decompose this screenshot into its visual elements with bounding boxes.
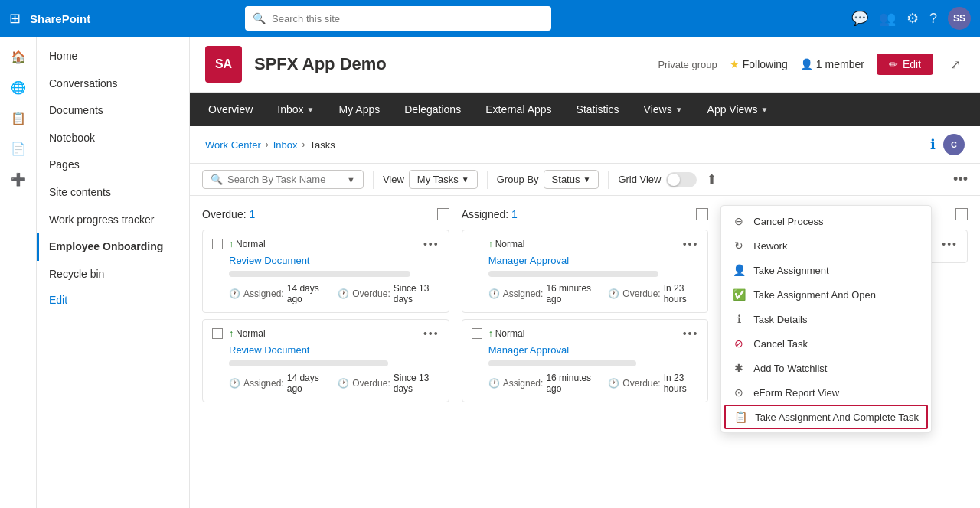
document-icon-btn[interactable]: 📄 bbox=[5, 135, 32, 162]
card-more-4[interactable]: ••• bbox=[683, 327, 699, 340]
ctx-add-watchlist[interactable]: ✱ Add To Watchlist bbox=[721, 356, 931, 380]
nav-item-recycle-bin[interactable]: Recycle bin bbox=[37, 261, 189, 288]
task-name-assigned-2[interactable]: Manager Approval bbox=[488, 344, 699, 356]
ctx-eform-label: eForm Report View bbox=[753, 387, 839, 399]
tab-app-views[interactable]: App Views ▼ bbox=[695, 93, 781, 126]
globe-icon-btn[interactable]: 🌐 bbox=[5, 73, 32, 101]
help-icon[interactable]: ? bbox=[929, 11, 937, 27]
tab-views[interactable]: Views ▼ bbox=[632, 93, 695, 126]
ctx-task-details[interactable]: ℹ Task Details bbox=[721, 307, 931, 331]
nav-item-home[interactable]: Home bbox=[37, 43, 189, 70]
breadcrumb-sep-1: › bbox=[266, 139, 269, 150]
settings-icon[interactable]: ⚙ bbox=[906, 10, 919, 27]
member-button[interactable]: 👤 1 member bbox=[800, 58, 864, 70]
nav-item-documents[interactable]: Documents bbox=[37, 97, 189, 125]
task-name-overdue-2[interactable]: Review Document bbox=[229, 344, 439, 356]
ctx-cancel-process[interactable]: ⊖ Cancel Process bbox=[721, 209, 931, 233]
priority-badge-3: ↑ Normal bbox=[488, 239, 525, 249]
home-icon-btn[interactable]: 🏠 bbox=[5, 43, 32, 70]
group-by-dropdown[interactable]: Status ▼ bbox=[544, 170, 599, 189]
overdue-label-1: Overdue: bbox=[352, 288, 390, 299]
content-icon-btn[interactable]: 📋 bbox=[5, 104, 32, 132]
card-checkbox-3[interactable] bbox=[472, 239, 482, 249]
card-checkbox-4[interactable] bbox=[472, 328, 482, 339]
card-more-5[interactable]: ••• bbox=[942, 238, 958, 250]
tab-delegations[interactable]: Delegations bbox=[392, 93, 473, 126]
member-count: 1 member bbox=[816, 58, 864, 70]
task-search-input[interactable] bbox=[227, 174, 342, 185]
assigned-meta-1: 🕐 Assigned: 14 days ago bbox=[229, 283, 325, 304]
clock-icon-1: 🕐 bbox=[229, 288, 240, 299]
task-name-overdue-1[interactable]: Review Document bbox=[229, 255, 439, 266]
search-input[interactable] bbox=[272, 13, 544, 24]
search-filter-icon[interactable]: ▼ bbox=[347, 175, 355, 184]
assigned-count: 1 bbox=[511, 208, 518, 220]
ctx-eform-report[interactable]: ⊙ eForm Report View bbox=[721, 380, 931, 405]
col-select-all-overdue[interactable] bbox=[437, 208, 449, 220]
card-more-2[interactable]: ••• bbox=[423, 327, 439, 340]
nav-item-site-contents[interactable]: Site contents bbox=[37, 179, 189, 207]
nav-item-notebook[interactable]: Notebook bbox=[37, 125, 189, 152]
card-more-1[interactable]: ••• bbox=[423, 238, 439, 250]
assigned-meta-3: 🕐 Assigned: 16 minutes ago bbox=[488, 283, 596, 304]
breadcrumb-inbox[interactable]: Inbox bbox=[273, 139, 298, 151]
card-more-3[interactable]: ••• bbox=[683, 238, 699, 250]
overdue-clock-icon-1: 🕐 bbox=[338, 288, 349, 299]
kanban-area: Overdue: 1 ↑ Normal ••• Review Document bbox=[190, 196, 980, 508]
task-card-overdue-1[interactable]: ↑ Normal ••• Review Document 🕐 Assigned:… bbox=[202, 230, 449, 313]
ctx-take-assignment[interactable]: 👤 Take Assignment bbox=[721, 258, 931, 282]
chat-icon[interactable]: 💬 bbox=[851, 10, 868, 27]
edit-button[interactable]: ✏ Edit bbox=[877, 54, 933, 75]
people-icon[interactable]: 👥 bbox=[879, 10, 896, 27]
card-checkbox-1[interactable] bbox=[212, 239, 223, 249]
upload-button[interactable]: ⬆ bbox=[706, 171, 717, 188]
tab-external-apps[interactable]: External Apps bbox=[473, 93, 564, 126]
nav-item-conversations[interactable]: Conversations bbox=[37, 70, 189, 98]
assigned-meta-2: 🕐 Assigned: 14 days ago bbox=[229, 373, 325, 394]
col-select-all-assigned[interactable] bbox=[696, 208, 708, 220]
user-avatar-bc[interactable]: C bbox=[943, 134, 965, 155]
view-dropdown[interactable]: My Tasks ▼ bbox=[409, 170, 478, 189]
ctx-take-assignment-open[interactable]: ✅ Take Assignment And Open bbox=[721, 282, 931, 307]
task-card-assigned-1[interactable]: ↑ Normal ••• Manager Approval 🕐 Assigned… bbox=[462, 230, 709, 313]
nav-item-work-progress[interactable]: Work progress tracker bbox=[37, 207, 189, 234]
tab-overview[interactable]: Overview bbox=[196, 93, 265, 126]
task-name-assigned-1[interactable]: Manager Approval bbox=[488, 255, 699, 266]
tab-my-apps[interactable]: My Apps bbox=[327, 93, 393, 126]
following-button[interactable]: ★ Following bbox=[730, 58, 788, 70]
card-meta-4: 🕐 Assigned: 16 minutes ago 🕐 Overdue: In… bbox=[488, 373, 699, 394]
grid-icon[interactable]: ⊞ bbox=[9, 10, 21, 27]
group-by-label: Group By bbox=[497, 174, 539, 185]
toolbar: 🔍 ▼ View My Tasks ▼ Group By Status ▼ bbox=[190, 164, 980, 196]
ctx-rework[interactable]: ↻ Rework bbox=[721, 233, 931, 258]
info-icon[interactable]: ℹ bbox=[930, 136, 936, 153]
breadcrumb-work-center[interactable]: Work Center bbox=[205, 139, 261, 151]
tab-statistics[interactable]: Statistics bbox=[564, 93, 632, 126]
task-card-overdue-2[interactable]: ↑ Normal ••• Review Document 🕐 Assigned:… bbox=[202, 319, 449, 402]
priority-up-icon-1: ↑ bbox=[229, 239, 234, 249]
search-box[interactable]: 🔍 bbox=[245, 6, 551, 31]
ctx-take-complete[interactable]: 📋 Take Assignment And Complete Task bbox=[724, 405, 928, 429]
tab-inbox[interactable]: Inbox ▼ bbox=[265, 93, 326, 126]
expand-button[interactable]: ⤢ bbox=[946, 53, 965, 77]
add-icon-btn[interactable]: ➕ bbox=[5, 165, 32, 193]
task-card-assigned-2[interactable]: ↑ Normal ••• Manager Approval 🕐 Assigned… bbox=[462, 319, 709, 402]
nav-item-pages[interactable]: Pages bbox=[37, 151, 189, 179]
card-meta-2: 🕐 Assigned: 14 days ago 🕐 Overdue: Since… bbox=[229, 373, 439, 394]
tab-app-views-label: App Views bbox=[707, 103, 758, 116]
ctx-cancel-task[interactable]: ⊘ Cancel Task bbox=[721, 331, 931, 356]
card-checkbox-2[interactable] bbox=[212, 328, 223, 339]
grid-view-toggle[interactable] bbox=[666, 172, 697, 187]
user-avatar[interactable]: SS bbox=[948, 7, 971, 30]
nav-edit-link[interactable]: Edit bbox=[37, 288, 189, 312]
overdue-clock-icon-3: 🕐 bbox=[608, 288, 619, 299]
toolbar-divider-1 bbox=[373, 171, 374, 189]
col-select-all-new[interactable] bbox=[956, 208, 968, 220]
tab-views-label: Views bbox=[644, 103, 672, 116]
priority-badge-1: ↑ Normal bbox=[229, 239, 266, 249]
task-search-box[interactable]: 🔍 ▼ bbox=[202, 170, 364, 189]
task-sub-3 bbox=[488, 271, 659, 277]
nav-item-employee-onboarding[interactable]: Employee Onboarding bbox=[37, 233, 189, 261]
ctx-cancel-process-label: Cancel Process bbox=[753, 216, 823, 227]
more-options-button[interactable]: ••• bbox=[953, 171, 968, 187]
